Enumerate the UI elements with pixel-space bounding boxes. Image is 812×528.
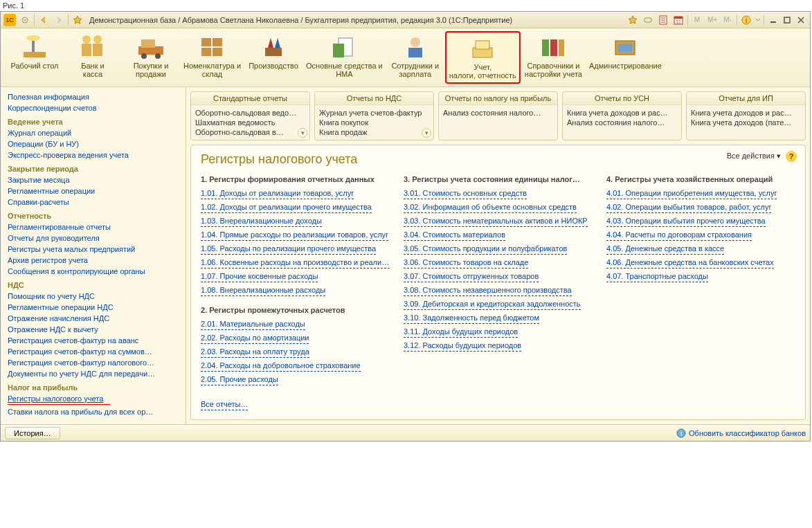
toolbar-item-6[interactable]: Сотрудники изарплата — [387, 31, 444, 84]
report-box-item[interactable]: Анализ состояния налого… — [567, 118, 677, 127]
report-box-item[interactable]: Книга продаж — [319, 127, 429, 137]
report-box-item[interactable]: Анализ состояния налого… — [443, 108, 553, 118]
register-link[interactable]: 3.07. Стоимость отгруженных товаров — [404, 271, 539, 282]
register-link[interactable]: 1.07. Прочие косвенные расходы — [201, 271, 318, 282]
register-link[interactable]: 4.05. Денежные средства в кассе — [606, 243, 724, 255]
fav-star-icon[interactable] — [626, 14, 639, 26]
toolbar-item-8[interactable]: Справочники инастройки учета — [522, 31, 585, 84]
register-link[interactable]: 3.10. Задолженность перед бюджетом — [404, 312, 539, 324]
history-button[interactable]: История… — [5, 427, 60, 439]
report-box-item[interactable]: Оборотно-сальдовая ведо… — [195, 108, 305, 118]
toolbar-item-9[interactable]: Администрирование — [586, 31, 665, 84]
sidebar-link[interactable]: Документы по учету НДС для передачи… — [1, 368, 186, 379]
maximize-button[interactable] — [781, 14, 793, 26]
sidebar-link[interactable]: Регламентные операции НДС — [1, 302, 186, 313]
register-link[interactable]: 3.04. Стоимость материалов — [404, 229, 505, 241]
report-box-item[interactable]: Журнал учета счетов-фактур — [319, 108, 429, 118]
chevron-down-icon[interactable] — [755, 15, 761, 25]
sidebar-link[interactable]: Регистрация счетов-фактур налогового… — [1, 357, 186, 368]
close-button[interactable] — [795, 14, 807, 26]
sidebar-link[interactable]: Регистрация счетов-фактур на аванс — [1, 335, 186, 346]
expand-icon[interactable]: ▾ — [298, 128, 307, 138]
forward-icon[interactable] — [53, 14, 65, 26]
sidebar-link[interactable]: Корреспонденции счетов — [1, 102, 186, 113]
sidebar-link[interactable]: Ставки налога на прибыль для всех ор… — [1, 406, 186, 417]
help-icon[interactable]: ? — [786, 151, 797, 162]
register-link[interactable]: 1.04. Прямые расходы по реализации товар… — [201, 229, 388, 241]
star-icon[interactable] — [71, 14, 84, 26]
register-link[interactable]: 4.03. Операции выбытия прочего имущества — [606, 215, 766, 227]
register-link[interactable]: 3.11. Доходы будущих периодов — [404, 326, 518, 338]
sidebar-link[interactable]: Регламентированные отчеты — [1, 221, 186, 233]
toolbar-item-0[interactable]: Рабочий стол — [6, 31, 63, 84]
register-link[interactable]: 1.06. Косвенные расходы на производство … — [201, 257, 390, 268]
sidebar-link[interactable]: Регистры учета малых предприятий — [1, 244, 186, 255]
toolbar-item-7[interactable]: Учет,налоги, отчетность — [445, 31, 521, 84]
register-link[interactable]: 2.03. Расходы на оплату труда — [201, 346, 309, 358]
register-link[interactable]: 2.05. Прочие расходы — [201, 374, 278, 385]
register-link[interactable]: 3.12. Расходы будущих периодов — [404, 340, 521, 352]
calendar-icon[interactable]: 31 — [672, 14, 685, 26]
sidebar-link[interactable]: Операции (БУ и НУ) — [1, 138, 186, 149]
report-box-item[interactable]: Книга учета доходов и рас… — [691, 108, 801, 118]
sidebar-link[interactable]: Архив регистров учета — [1, 255, 186, 266]
m-minus-button[interactable]: M- — [721, 14, 734, 26]
register-link[interactable]: 3.09. Дебиторская и кредиторская задолже… — [404, 298, 581, 310]
sidebar-link[interactable]: Журнал операций — [1, 127, 186, 138]
register-link[interactable]: 2.02. Расходы по амортизации — [201, 332, 309, 344]
update-banks-link[interactable]: i Обновить классификатор банков — [676, 428, 806, 438]
register-link[interactable]: 1.03. Внереализационные доходы — [201, 215, 322, 227]
register-link[interactable]: 1.02. Доходы от реализации прочего имуще… — [201, 201, 372, 213]
register-link[interactable]: 4.06. Денежные средства на банковских сч… — [606, 257, 774, 268]
toolbar-item-2[interactable]: Покупки ипродажи — [123, 31, 179, 84]
sidebar-link[interactable]: Помощник по учету НДС — [1, 291, 186, 302]
report-box-item[interactable]: Книга покупок — [319, 118, 429, 127]
register-link[interactable]: 3.03. Стоимость нематериальных активов и… — [404, 215, 588, 227]
sidebar-link[interactable]: Полезная информация — [1, 91, 186, 102]
register-link[interactable]: 4.02. Операции выбытия товаров, работ, у… — [606, 201, 771, 213]
sidebar-link[interactable]: Справки-расчеты — [1, 197, 186, 208]
sidebar-link[interactable]: Отчеты для руководителя — [1, 233, 186, 244]
register-link[interactable]: 3.06. Стоимость товаров на складе — [404, 257, 528, 268]
report-box-item[interactable]: Книга учета доходов и рас… — [567, 108, 677, 118]
dropdown-icon[interactable] — [19, 14, 31, 26]
sidebar-link[interactable]: Регламентные операции — [1, 185, 186, 197]
register-link[interactable]: 4.07. Транспортные расходы — [606, 271, 708, 282]
toolbar-item-1[interactable]: Банк икасса — [64, 31, 121, 84]
report-box-item[interactable]: Шахматная ведомость — [195, 118, 305, 127]
register-link[interactable]: 4.04. Расчеты по договорам страхования — [606, 229, 752, 241]
calc-icon[interactable] — [657, 14, 669, 26]
register-link[interactable]: 1.05. Расходы по реализации прочего имущ… — [201, 243, 376, 255]
minimize-button[interactable] — [767, 14, 779, 26]
register-link[interactable]: 3.02. Информация об объекте основных сре… — [404, 201, 577, 213]
sidebar-link[interactable]: Регистры налогового учета — [8, 393, 110, 405]
register-link[interactable]: 3.08. Стоимость незавершенного производс… — [404, 284, 572, 296]
all-reports-link[interactable]: Все отчеты… — [201, 399, 248, 410]
app-icon[interactable]: 1C — [3, 14, 16, 26]
sidebar-link[interactable]: Отражение начисления НДС — [1, 313, 186, 324]
m-button[interactable]: M — [691, 14, 703, 26]
toolbar-item-4[interactable]: Производство — [245, 31, 302, 84]
report-box-item[interactable]: Книга учета доходов (пате… — [691, 118, 801, 127]
back-icon[interactable] — [37, 14, 50, 26]
report-box-item[interactable]: Оборотно-сальдовая в… — [195, 127, 305, 137]
toolbar-item-3[interactable]: Номенклатура исклад — [181, 31, 244, 84]
sidebar-link[interactable]: Экспресс-проверка ведения учета — [1, 149, 186, 161]
m-plus-button[interactable]: M+ — [706, 14, 719, 26]
info-icon[interactable]: i — [740, 14, 752, 26]
sidebar-link[interactable]: Отражение НДС к вычету — [1, 324, 186, 335]
register-link[interactable]: 4.01. Операции приобретения имущества, у… — [606, 188, 777, 199]
register-link[interactable]: 2.04. Расходы на добровольное страховани… — [201, 360, 361, 372]
register-link[interactable]: 3.05. Стоимость продукции и полуфабрикат… — [404, 243, 567, 255]
sidebar-link[interactable]: Регистрация счетов-фактур на суммов… — [1, 346, 186, 357]
sidebar-link[interactable]: Сообщения в контролирующие органы — [1, 266, 186, 277]
register-link[interactable]: 2.01. Материальные расходы — [201, 318, 305, 330]
all-actions-link[interactable]: Все действия ▾ — [727, 152, 781, 160]
register-link[interactable]: 1.08. Внереализационные расходы — [201, 284, 325, 296]
toolbar-item-5[interactable]: Основные средства иНМА — [303, 31, 386, 84]
sidebar-link[interactable]: Закрытие месяца — [1, 174, 186, 185]
register-link[interactable]: 3.01. Стоимость основных средств — [404, 188, 527, 199]
register-link[interactable]: 1.01. Доходы от реализации товаров, услу… — [201, 188, 354, 199]
link-icon[interactable] — [642, 14, 654, 26]
expand-icon[interactable]: ▾ — [422, 128, 431, 138]
